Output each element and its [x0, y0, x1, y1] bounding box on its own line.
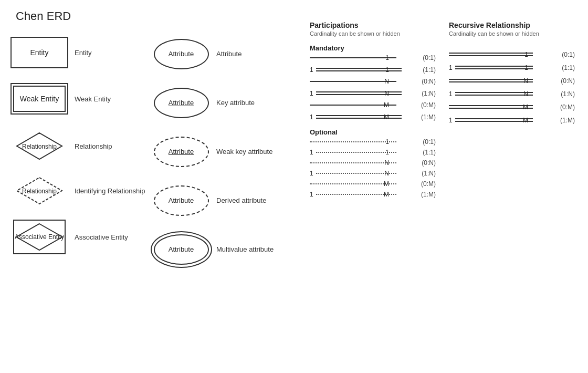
optional-1N-cardinality: (1:N): [422, 170, 436, 177]
mandatory-01-line-area: 1: [310, 57, 402, 58]
recursive-1M-line-area: 1 M: [449, 118, 541, 122]
associative-entity-label: Associative Entity: [75, 233, 128, 241]
mandatory-01-row: 1 (0:1): [310, 57, 436, 58]
mandatory-title: Mandatory: [310, 44, 436, 52]
recursive-0N-cardinality: (0:N): [561, 77, 575, 85]
mandatory-0N-line: [310, 81, 396, 82]
page-title: Chen ERD: [16, 9, 71, 23]
identifying-relationship-label: Identifying Relationship: [75, 187, 145, 195]
mandatory-1M-row: 1 M (1:M): [310, 115, 436, 119]
mandatory-0N-row: N (0:N): [310, 81, 436, 82]
attribute-weakkey-shape: Attribute: [152, 134, 210, 169]
attribute-multivalue-shape: Attribute: [152, 232, 210, 266]
optional-0N-row: N (0:N): [310, 162, 436, 163]
attributes-column: Attribute Attribute Attribute Key attrib…: [152, 37, 284, 281]
optional-11-cardinality: (1:1): [423, 149, 436, 156]
recursive-0M-row: M (0:M): [449, 105, 575, 109]
attribute-regular-row: Attribute Attribute: [152, 37, 284, 71]
identifying-relationship-shape: Relationship: [10, 174, 68, 208]
optional-0M-line-area: M: [310, 183, 402, 184]
weak-entity-label: Weak Entity: [75, 95, 111, 103]
optional-01-line-area: 1: [310, 141, 402, 142]
recursive-01-line-area: 1: [449, 53, 541, 56]
recursive-01-row: 1 (0:1): [449, 53, 575, 56]
attribute-regular-label: Attribute: [216, 50, 242, 58]
optional-11-line: [316, 152, 396, 153]
relationship-label: Relationship: [75, 142, 112, 150]
mandatory-11-row: 1 1 (1:1): [310, 68, 436, 71]
shapes-column: Entity Entity Weak Entity Weak Entity Re…: [10, 37, 158, 270]
attribute-weakkey-row: Attribute Weak key attribute: [152, 134, 284, 169]
entity-label: Entity: [75, 49, 92, 57]
weak-entity-row: Weak Entity Weak Entity: [10, 83, 158, 115]
weak-entity-shape: Weak Entity: [10, 83, 68, 115]
attribute-weakkey-label: Weak key attribute: [216, 148, 272, 156]
participations-subtitle: Cardinality can be shown or hidden: [310, 30, 436, 37]
recursive-11-cardinality: (1:1): [562, 64, 575, 71]
optional-01-line: [310, 141, 396, 142]
recursive-01-cardinality: (0:1): [562, 51, 575, 58]
attribute-derived-row: Attribute Derived attribute: [152, 183, 284, 217]
optional-0N-line: [310, 162, 396, 163]
optional-11-row: 1 1 (1:1): [310, 152, 436, 153]
mandatory-11-cardinality: (1:1): [423, 66, 436, 74]
recursive-1N-line: [455, 92, 533, 96]
entity-shape: Entity: [10, 37, 68, 68]
recursive-1N-cardinality: (1:N): [561, 90, 575, 98]
attribute-multivalue-label: Multivalue attribute: [216, 245, 274, 253]
mandatory-01-cardinality: (0:1): [423, 54, 436, 61]
recursive-0M-line: [449, 105, 533, 109]
attribute-key-shape: Attribute: [152, 86, 210, 120]
optional-title: Optional: [310, 128, 436, 136]
recursive-0N-line-area: N: [449, 79, 541, 82]
optional-0M-cardinality: (0:M): [421, 180, 436, 188]
optional-01-row: 1 (0:1): [310, 141, 436, 142]
relationship-row: Relationship Relationship: [10, 129, 158, 163]
mandatory-0N-cardinality: (0:N): [422, 78, 436, 85]
mandatory-0N-line-area: N: [310, 81, 402, 82]
recursive-1M-row: 1 M (1:M): [449, 118, 575, 122]
entity-row: Entity Entity: [10, 37, 158, 68]
recursive-11-line: [455, 66, 533, 69]
recursive-0M-cardinality: (0:M): [560, 103, 575, 111]
optional-1M-row: 1 M (1:M): [310, 194, 436, 195]
optional-0N-cardinality: (0:N): [422, 159, 436, 167]
optional-1N-row: 1 N (1:N): [310, 173, 436, 174]
recursive-1M-line: [455, 118, 533, 122]
mandatory-0M-line-area: M: [310, 105, 402, 106]
optional-1M-cardinality: (1:M): [421, 191, 436, 198]
recursive-0M-line-area: M: [449, 105, 541, 109]
optional-01-cardinality: (0:1): [423, 138, 436, 146]
participations-title: Participations: [310, 21, 436, 29]
mandatory-1M-cardinality: (1:M): [421, 113, 436, 121]
associative-entity-shape: Associative Entity: [10, 219, 68, 255]
recursive-1M-cardinality: (1:M): [560, 117, 575, 124]
recursive-01-line: [449, 53, 533, 56]
optional-1M-line-area: 1 M: [310, 194, 402, 195]
mandatory-0M-cardinality: (0:M): [421, 101, 436, 109]
recursive-0N-line: [449, 79, 533, 82]
identifying-relationship-row: Relationship Identifying Relationship: [10, 174, 158, 208]
recursive-1N-row: 1 N (1:N): [449, 92, 575, 96]
recursive-subtitle: Cardinality can be shown or hidden: [449, 30, 575, 37]
attribute-derived-label: Derived attribute: [216, 196, 266, 204]
attribute-multivalue-row: Attribute Multivalue attribute: [152, 232, 284, 266]
attribute-key-label: Key attribute: [216, 99, 255, 107]
mandatory-1M-line-area: 1 M: [310, 115, 402, 119]
recursive-0N-row: N (0:N): [449, 79, 575, 82]
recursive-1N-line-area: 1 N: [449, 92, 541, 96]
mandatory-1N-line-area: 1 N: [310, 91, 402, 95]
recursive-11-row: 1 1 (1:1): [449, 66, 575, 69]
attribute-regular-shape: Attribute: [152, 37, 210, 71]
associative-entity-row: Associative Entity Associative Entity: [10, 219, 158, 255]
participations-section: Participations Cardinality can be shown …: [310, 21, 436, 204]
mandatory-1N-cardinality: (1:N): [422, 90, 436, 97]
optional-11-line-area: 1 1: [310, 152, 402, 153]
recursive-11-line-area: 1 1: [449, 66, 541, 69]
recursive-title: Recursive Relationship: [449, 21, 575, 29]
optional-0M-row: M (0:M): [310, 183, 436, 184]
attribute-key-row: Attribute Key attribute: [152, 86, 284, 120]
mandatory-01-line: [310, 57, 396, 58]
mandatory-1N-row: 1 N (1:N): [310, 91, 436, 95]
mandatory-11-line-area: 1 1: [310, 68, 402, 71]
